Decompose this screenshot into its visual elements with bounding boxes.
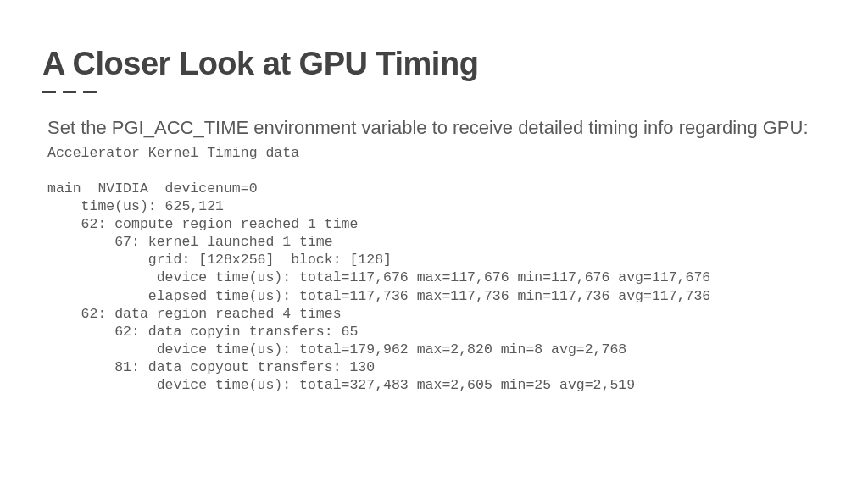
timing-header: Accelerator Kernel Timing data	[47, 145, 299, 161]
timing-data-region: 62: data region reached 4 times	[47, 306, 342, 322]
timing-main-line: main NVIDIA devicenum=0	[47, 180, 258, 197]
timing-copyout-header: 81: data copyout transfers: 130	[47, 359, 375, 375]
slide: A Closer Look at GPU Timing Set the PGI_…	[0, 0, 868, 488]
timing-time-us: time(us): 625,121	[47, 198, 224, 214]
timing-output: Accelerator Kernel Timing data main NVID…	[47, 144, 826, 395]
intro-text: Set the PGI_ACC_TIME environment variabl…	[47, 115, 826, 141]
timing-copyin-time: device time(us): total=179,962 max=2,820…	[47, 341, 626, 358]
timing-compute-region: 62: compute region reached 1 time	[47, 216, 358, 232]
timing-copyout-time: device time(us): total=327,483 max=2,605…	[47, 377, 635, 393]
timing-copyin-header: 62: data copyin transfers: 65	[47, 324, 358, 340]
timing-device-time-1: device time(us): total=117,676 max=117,6…	[47, 269, 710, 286]
timing-elapsed-time: elapsed time(us): total=117,736 max=117,…	[47, 288, 710, 304]
timing-kernel-launch: 67: kernel launched 1 time	[47, 234, 333, 250]
dash-divider-icon	[42, 91, 826, 93]
slide-title: A Closer Look at GPU Timing	[42, 46, 826, 82]
timing-grid-block: grid: [128x256] block: [128]	[47, 252, 392, 268]
